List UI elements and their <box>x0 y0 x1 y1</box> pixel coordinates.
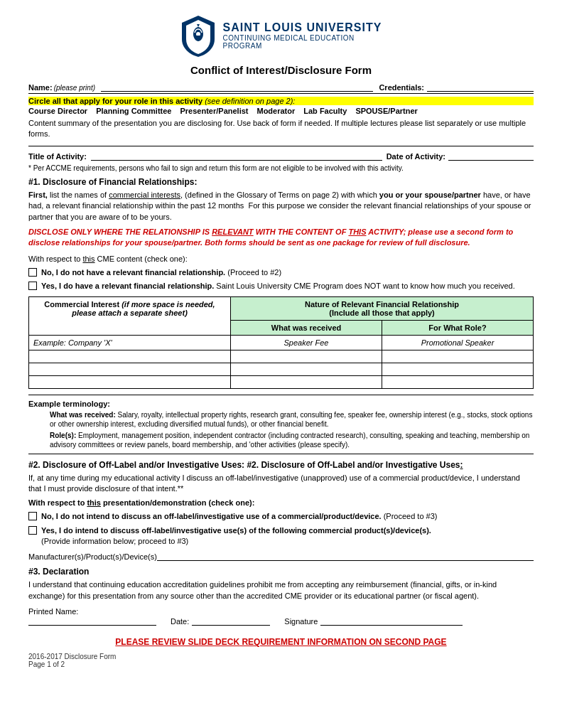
nature-column-header: Nature of Relevant Financial Relationshi… <box>231 296 534 320</box>
with-respect-text: With respect to this CME content (check … <box>28 255 534 263</box>
roles-example: Role(s): Employment, management position… <box>50 431 534 449</box>
checkbox-no-offlabel[interactable] <box>28 512 37 520</box>
section1-header: #1. Disclosure of Financial Relationship… <box>28 177 534 187</box>
title-activity-label: Title of Activity: <box>28 152 87 161</box>
logo-text: SAINT LOUIS UNIVERSITY CONTINUING MEDICA… <box>223 21 382 50</box>
example-received-cell: Speaker Fee <box>231 335 382 350</box>
divider3 <box>28 454 534 454</box>
checkbox-yes-financial[interactable] <box>28 282 37 290</box>
table-example-row: Example: Company 'X' Speaker Fee Promoti… <box>29 335 534 350</box>
credentials-label: Credentials: <box>379 83 424 92</box>
please-review-text: PLEASE REVIEW SLIDE DECK REQUIREMENT INF… <box>28 637 534 647</box>
what-received-example: What was received: Salary, royalty, inte… <box>50 410 534 429</box>
highlight-text: Circle all that apply for your role in t… <box>28 97 202 105</box>
role-moderator: Moderator <box>256 107 295 115</box>
role-planning-committee: Planning Committee <box>96 107 171 115</box>
content-summary-text: Content summary of the presentation you … <box>28 118 534 140</box>
role-spouse: SPOUSE/Partner <box>355 107 417 115</box>
logo-area: SAINT LOUIS UNIVERSITY CONTINUING MEDICA… <box>180 14 382 57</box>
name-credentials-row: Name: (please print) Credentials: <box>28 82 534 94</box>
with-respect-text2: With respect to this presentation/demons… <box>28 498 534 507</box>
per-accme-text: * Per ACCME requirements, persons who fa… <box>28 164 534 173</box>
date-activity-label: Date of Activity: <box>387 152 445 161</box>
ci-column-header: Commercial Interest (if more space is ne… <box>29 296 231 335</box>
date-line[interactable] <box>192 616 270 626</box>
university-name: SAINT LOUIS UNIVERSITY <box>223 21 382 34</box>
example-role-cell: Promotional Speaker <box>382 335 534 350</box>
printed-name-line[interactable] <box>28 616 156 626</box>
section3-text: I understand that continuing education a… <box>28 579 534 601</box>
financial-table: Commercial Interest (if more space is ne… <box>28 296 534 389</box>
example-ci-cell: Example: Company 'X' <box>29 335 231 350</box>
table-header-row: Commercial Interest (if more space is ne… <box>29 296 534 320</box>
printed-name-label: Printed Name: <box>28 607 156 626</box>
printed-name-block: Printed Name: <box>28 607 156 626</box>
role-presenter: Presenter/Panelist <box>180 107 248 115</box>
activity-row: Title of Activity: Date of Activity: <box>28 151 534 161</box>
page-header: SAINT LOUIS UNIVERSITY CONTINUING MEDICA… <box>28 14 534 57</box>
section3-header: #3. Declaration <box>28 567 534 577</box>
mfg-label: Manufacturer(s)/Product(s)/Device(s) <box>28 552 157 561</box>
date-block: Date: <box>171 616 270 626</box>
signature-label-text: Signature <box>284 617 318 626</box>
table-data-row-3 <box>29 375 534 388</box>
table-data-row-2 <box>29 363 534 375</box>
title-activity-line[interactable] <box>91 151 382 161</box>
roles-row: Course Director Planning Committee Prese… <box>28 107 534 115</box>
footer: 2016-2017 Disclosure Form Page 1 of 2 <box>28 653 534 668</box>
mfg-input-line[interactable] <box>157 551 534 561</box>
program-line1: CONTINUING MEDICAL EDUCATION <box>223 34 382 42</box>
check-row-no-offlabel: No, I do not intend to discuss an off-la… <box>28 511 534 522</box>
footer-line1: 2016-2017 Disclosure Form <box>28 653 534 660</box>
table-data-row-1 <box>29 350 534 363</box>
university-logo <box>180 14 216 57</box>
program-line2: PROGRAM <box>223 42 382 50</box>
what-received-header: What was received <box>231 320 382 335</box>
check-yes-text: Yes, I do have a relevant financial rela… <box>41 281 515 291</box>
role-course-director: Course Director <box>28 107 87 115</box>
divider2 <box>28 395 534 395</box>
check-yes-offlabel-text: Yes, I do intend to discuss off-label/in… <box>41 525 431 547</box>
example-term-header: Example terminology: <box>28 400 534 408</box>
check-section1: No, I do not have a relevant financial r… <box>28 267 534 292</box>
signature-row: Printed Name: Date: Signature <box>28 607 534 626</box>
check-section2: No, I do not intend to discuss an off-la… <box>28 511 534 547</box>
checkbox-no-financial[interactable] <box>28 268 37 277</box>
financial-table-wrapper: Commercial Interest (if more space is ne… <box>28 296 534 389</box>
signature-block: Signature <box>284 616 463 626</box>
check-row-yes: Yes, I do have a relevant financial rela… <box>28 281 534 291</box>
highlight-see: (see definition on page 2): <box>205 97 295 105</box>
date-label-text: Date: <box>171 617 189 626</box>
section2-header: #2. Disclosure of Off-Label and/or Inves… <box>28 460 534 470</box>
footer-line2: Page 1 of 2 <box>28 660 534 668</box>
mfg-row: Manufacturer(s)/Product(s)/Device(s) <box>28 551 534 561</box>
form-title: Conflict of Interest/Disclosure Form <box>28 64 534 76</box>
check-no-offlabel-text: No, I do not intend to discuss an off-la… <box>41 511 437 522</box>
date-activity-line[interactable] <box>448 151 534 161</box>
red-italic-text: DISCLOSE ONLY WHERE THE RELATIONSHIP IS … <box>28 227 534 249</box>
check-no-text: No, I do not have a relevant financial r… <box>41 267 281 278</box>
section3: #3. Declaration I understand that contin… <box>28 567 534 601</box>
section1-text: First, list the names of commercial inte… <box>28 190 534 223</box>
signature-line[interactable] <box>320 616 463 626</box>
for-what-role-header: For What Role? <box>382 320 534 335</box>
checkbox-yes-offlabel[interactable] <box>28 526 37 535</box>
credentials-input-line[interactable] <box>427 82 534 92</box>
section2-text: If, at any time during my educational ac… <box>28 473 534 495</box>
check-row-yes-offlabel: Yes, I do intend to discuss off-label/in… <box>28 525 534 547</box>
name-input-line[interactable] <box>101 82 373 92</box>
divider1 <box>28 146 534 146</box>
name-label: Name: <box>28 83 53 92</box>
example-terminology: Example terminology: What was received: … <box>28 395 534 454</box>
check-row-no: No, I do not have a relevant financial r… <box>28 267 534 278</box>
highlight-row: Circle all that apply for your role in t… <box>28 97 534 105</box>
name-print: (please print) <box>54 84 95 92</box>
role-lab-faculty: Lab Faculty <box>303 107 347 115</box>
